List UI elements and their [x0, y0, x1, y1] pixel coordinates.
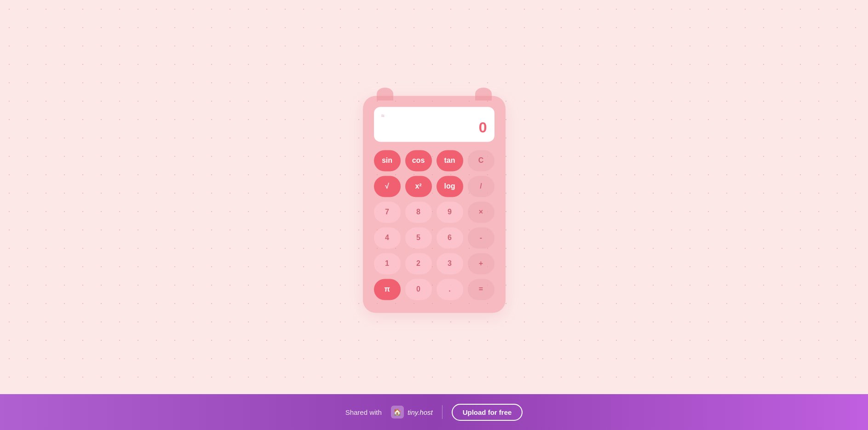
digit-9-button[interactable]: 9 [437, 201, 463, 223]
pi-button[interactable]: π [374, 279, 401, 300]
multiply-button[interactable]: × [468, 201, 494, 223]
digit-5-button[interactable]: 5 [405, 227, 432, 248]
footer-divider [442, 405, 443, 419]
square-button[interactable]: x² [405, 176, 432, 197]
digit-2-button[interactable]: 2 [405, 253, 432, 274]
digit-4-button[interactable]: 4 [374, 227, 401, 248]
digit-0-button[interactable]: 0 [405, 279, 432, 300]
sqrt-button[interactable]: √ [374, 176, 401, 197]
subtract-button[interactable]: - [468, 227, 494, 248]
tan-button[interactable]: tan [437, 150, 463, 171]
divide-button[interactable]: / [468, 176, 494, 197]
footer-bar: Shared with 🏠 tiny.host Upload for free [0, 394, 868, 430]
digit-3-button[interactable]: 3 [437, 253, 463, 274]
tinyhost-icon: 🏠 [391, 406, 404, 419]
decimal-button[interactable]: . [437, 279, 463, 300]
button-grid: sin cos tan C √ x² log / 7 8 9 × 4 5 6 -… [374, 150, 494, 300]
display-value: 0 [381, 119, 487, 136]
tinyhost-name: tiny.host [408, 408, 433, 416]
digit-8-button[interactable]: 8 [405, 201, 432, 223]
cos-button[interactable]: cos [405, 150, 432, 171]
log-button[interactable]: log [437, 176, 463, 197]
equals-button[interactable]: = [468, 279, 494, 300]
add-button[interactable]: + [468, 253, 494, 274]
digit-7-button[interactable]: 7 [374, 201, 401, 223]
clear-button[interactable]: C [468, 150, 494, 171]
upload-button[interactable]: Upload for free [452, 404, 523, 421]
display: ≈ 0 [374, 107, 494, 142]
shared-with-text: Shared with [345, 408, 382, 416]
display-mode: ≈ [381, 112, 487, 119]
digit-6-button[interactable]: 6 [437, 227, 463, 248]
calculator: ≈ 0 sin cos tan C √ x² log / 7 8 9 × 4 5… [363, 96, 506, 313]
digit-1-button[interactable]: 1 [374, 253, 401, 274]
sin-button[interactable]: sin [374, 150, 401, 171]
tinyhost-logo: 🏠 tiny.host [391, 406, 433, 419]
calculator-wrapper: ≈ 0 sin cos tan C √ x² log / 7 8 9 × 4 5… [363, 96, 506, 313]
